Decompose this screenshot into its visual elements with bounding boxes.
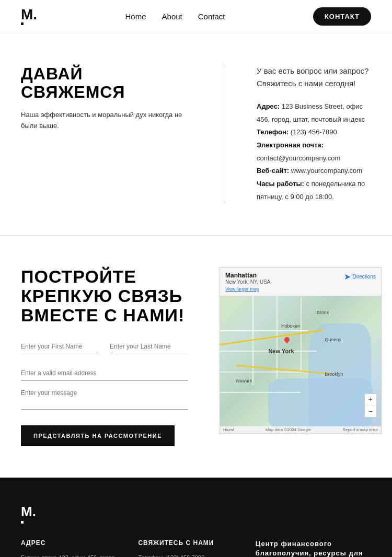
form-right: Manhattan New York, NY, USA View larger … <box>220 267 382 446</box>
zoom-out-button[interactable]: − <box>365 405 376 417</box>
map-body: New York Hoboken Newark Bronx Queens Bro… <box>220 296 381 433</box>
email-line: Электронная почта: contact@yourcompany.c… <box>257 139 371 165</box>
submit-button[interactable]: ПРЕДСТАВЛЯТЬ НА РАССМОТРЕНИЕ <box>21 425 175 446</box>
map-pin <box>283 336 291 343</box>
logo[interactable]: M. <box>21 8 37 25</box>
email-label: Электронная почта: <box>257 141 324 149</box>
footer-logo: M. <box>21 504 371 524</box>
first-name-input[interactable] <box>21 343 99 350</box>
last-name-input[interactable] <box>110 343 188 350</box>
map-zoom-controls: + − <box>364 393 377 417</box>
city-label-ny: New York <box>268 348 294 354</box>
map-footer: Hazal Map data ©2024 Google Report a map… <box>220 426 381 433</box>
nav: Home About Contact <box>125 12 225 21</box>
road-h1 <box>220 330 308 331</box>
footer-right-heading: Центр финансового благополучия, ресурсы … <box>256 539 371 557</box>
zoom-in-button[interactable]: + <box>365 394 376 405</box>
phone-line: Телефон: (123) 456-7890 <box>257 126 371 139</box>
footer-grid: АДРЕС Бизнес-стрит, 123, офис 456, город… <box>21 539 371 557</box>
map-footer-left: Hazal <box>223 427 234 432</box>
website-text: www.yourcompany.com <box>291 167 362 175</box>
water-south <box>268 378 373 431</box>
footer: M. АДРЕС Бизнес-стрит, 123, офис 456, го… <box>0 478 392 557</box>
directions-label: Directions <box>353 274 376 280</box>
email-group <box>21 368 188 381</box>
message-group <box>21 389 188 410</box>
map-subtitle: New York, NY, USA <box>225 279 271 285</box>
view-larger-map-link[interactable]: View larger map <box>225 286 271 292</box>
footer-address-heading: АДРЕС <box>21 539 117 547</box>
website-label: Веб-сайт: <box>257 167 289 175</box>
address-label: Адрес: <box>257 102 280 110</box>
highway-1 <box>220 329 324 345</box>
vertical-divider <box>225 65 225 204</box>
address-line: Адрес: 123 Business Street, офис 456, го… <box>257 100 371 126</box>
map-info: Manhattan New York, NY, USA View larger … <box>225 272 271 292</box>
first-name-group <box>21 341 99 354</box>
footer-right-col: Центр финансового благополучия, ресурсы … <box>256 539 371 557</box>
email-input[interactable] <box>21 369 188 377</box>
contact-subtitle: Наша эффективность и моральный дух никог… <box>21 110 183 132</box>
email-text: contact@yourcompany.com <box>257 154 340 162</box>
footer-contact-heading: СВЯЖИТЕСЬ С НАМИ <box>138 539 234 547</box>
nav-about[interactable]: About <box>162 12 182 21</box>
map-directions[interactable]: ➤ Directions <box>344 272 376 282</box>
footer-contact-phone: Телефон: (123) 456-7890 <box>138 553 234 557</box>
city-label-hoboken: Hoboken <box>281 323 300 329</box>
form-heading: ПОСТРОЙТЕ КРЕПКУЮ СВЯЗЬ ВМЕСТЕ С НАМИ! <box>21 267 188 326</box>
contact-left: ДАВАЙ СВЯЖЕМСЯ Наша эффективность и мора… <box>21 65 199 204</box>
last-name-group <box>110 341 188 354</box>
form-section: ПОСТРОЙТЕ КРЕПКУЮ СВЯЗЬ ВМЕСТЕ С НАМИ! П… <box>0 236 392 478</box>
footer-address-text: Бизнес-стрит, 123, офис 456, город, штат… <box>21 553 117 557</box>
phone-label: Телефон: <box>257 128 289 136</box>
nav-contact[interactable]: Contact <box>198 12 225 21</box>
hours-label: Часы работы: <box>257 180 304 188</box>
contact-right: У вас есть вопрос или запрос?Свяжитесь с… <box>251 65 371 204</box>
map-top-bar: Manhattan New York, NY, USA View larger … <box>220 268 381 296</box>
map-container: Manhattan New York, NY, USA View larger … <box>220 267 382 434</box>
map-footer-center: Map data ©2024 Google <box>266 427 311 432</box>
footer-contact-col: СВЯЖИТЕСЬ С НАМИ Телефон: (123) 456-7890… <box>138 539 234 557</box>
map-title: Manhattan <box>225 272 271 279</box>
road-h4 <box>220 392 301 393</box>
website-line: Веб-сайт: www.yourcompany.com <box>257 165 371 178</box>
city-label-brooklyn: Brooklyn <box>325 372 343 377</box>
city-label-queens: Queens <box>325 337 341 342</box>
header: M. Home About Contact КОНТАКТ <box>0 0 392 33</box>
name-row <box>21 341 188 363</box>
contact-cta-button[interactable]: КОНТАКТ <box>313 7 371 26</box>
map-footer-right: Report a map error <box>342 427 378 432</box>
nav-home[interactable]: Home <box>125 12 146 21</box>
message-textarea[interactable] <box>21 389 188 404</box>
contact-intro: У вас есть вопрос или запрос?Свяжитесь с… <box>257 65 371 90</box>
city-label-bronx: Bronx <box>317 310 329 315</box>
footer-address-col: АДРЕС Бизнес-стрит, 123, офис 456, город… <box>21 539 117 557</box>
phone-text: (123) 456-7890 <box>291 128 337 136</box>
form-left: ПОСТРОЙТЕ КРЕПКУЮ СВЯЗЬ ВМЕСТЕ С НАМИ! П… <box>21 267 199 446</box>
contact-info-section: ДАВАЙ СВЯЖЕМСЯ Наша эффективность и мора… <box>0 33 392 236</box>
contact-info-block: Адрес: 123 Business Street, офис 456, го… <box>257 100 371 204</box>
city-label-newark: Newark <box>236 378 252 384</box>
hours-line: Часы работы: с понедельника по пятницу, … <box>257 178 371 203</box>
contact-heading: ДАВАЙ СВЯЖЕМСЯ <box>21 65 183 101</box>
